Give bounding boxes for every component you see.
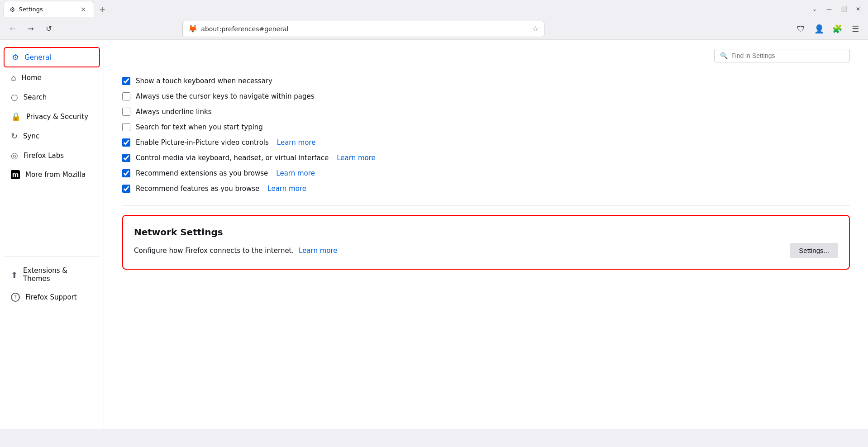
lock-icon: 🔒 — [11, 112, 21, 121]
find-in-settings-input-wrapper[interactable]: 🔍 — [714, 49, 850, 62]
checkbox-recommend-extensions: Recommend extensions as you browse Learn… — [122, 166, 850, 181]
labs-icon: ◎ — [11, 151, 18, 160]
cursor-keys-label: Always use the cursor keys to navigate w… — [136, 92, 314, 100]
main-layout: ⚙ General ⌂ Home ○ Search 🔒 Privacy & Se… — [0, 40, 868, 429]
recommend-features-label: Recommend features as you browse — [136, 185, 259, 193]
network-settings-button[interactable]: Settings... — [790, 243, 838, 258]
browser-chrome: ⚙ Settings × + ⌄ — ⬜ ✕ ← → ↺ 🦊 about:pre… — [0, 0, 868, 40]
sidebar-sync-label: Sync — [23, 132, 39, 140]
window-minimize-button[interactable]: — — [823, 3, 835, 15]
new-tab-button[interactable]: + — [96, 3, 109, 15]
sidebar-general-label: General — [24, 53, 51, 62]
touch-keyboard-label: Show a touch keyboard when necessary — [136, 77, 272, 85]
checkbox-recommend-features: Recommend features as you browse Learn m… — [122, 181, 850, 196]
network-settings-learn-more[interactable]: Learn more — [299, 247, 338, 255]
recommend-extensions-checkbox[interactable] — [122, 169, 130, 177]
checkbox-search-text: Search for text when you start typing — [122, 119, 850, 135]
network-settings-description-text: Configure how Firefox connects to the in… — [134, 247, 338, 255]
search-text-label: Search for text when you start typing — [136, 123, 263, 131]
underline-links-label: Always underline links — [136, 108, 211, 116]
recommend-extensions-learn-more[interactable]: Learn more — [276, 169, 315, 177]
url-text: about:preferences#general — [201, 25, 529, 33]
sidebar-item-firefox-labs[interactable]: ◎ Firefox Labs — [4, 146, 100, 165]
sidebar-item-search[interactable]: ○ Search — [4, 88, 100, 106]
sidebar-item-home[interactable]: ⌂ Home — [4, 68, 100, 87]
sidebar-home-label: Home — [21, 74, 41, 82]
menu-button[interactable]: ☰ — [848, 22, 863, 36]
section-divider — [122, 205, 850, 206]
tab-close-button[interactable]: × — [79, 5, 88, 14]
cursor-keys-checkbox[interactable] — [122, 92, 130, 100]
sync-icon: ↻ — [11, 131, 18, 141]
settings-tab-title: Settings — [19, 6, 75, 13]
recommend-features-learn-more[interactable]: Learn more — [267, 185, 306, 193]
sidebar-item-support[interactable]: ? Firefox Support — [4, 288, 100, 306]
extensions-button[interactable]: 🧩 — [830, 22, 844, 36]
checkbox-picture-in-picture: Enable Picture-in-Picture video controls… — [122, 135, 850, 150]
find-in-settings-input[interactable] — [731, 52, 844, 59]
sidebar-item-mozilla[interactable]: m More from Mozilla — [4, 166, 100, 184]
touch-keyboard-checkbox[interactable] — [122, 77, 130, 85]
pocket-button[interactable]: 🛡 — [794, 22, 808, 36]
sidebar-privacy-label: Privacy & Security — [26, 113, 88, 121]
window-restore-button[interactable]: ⬜ — [837, 3, 850, 15]
reload-button[interactable]: ↺ — [42, 22, 56, 36]
firefox-icon: 🦊 — [188, 24, 197, 33]
recommend-extensions-label: Recommend extensions as you browse — [136, 169, 268, 177]
picture-in-picture-label: Enable Picture-in-Picture video controls — [136, 138, 269, 147]
window-controls: ⌄ — ⬜ ✕ — [808, 3, 864, 15]
nav-bar: ← → ↺ 🦊 about:preferences#general ☆ 🛡 👤 … — [0, 18, 868, 40]
sidebar-mozilla-label: More from Mozilla — [25, 171, 86, 179]
checkbox-cursor-keys: Always use the cursor keys to navigate w… — [122, 89, 850, 104]
find-in-settings-container: 🔍 — [122, 49, 850, 62]
back-button[interactable]: ← — [5, 22, 20, 36]
home-icon: ⌂ — [11, 73, 16, 82]
media-control-checkbox[interactable] — [122, 154, 130, 162]
network-settings-title: Network Settings — [134, 227, 838, 238]
toolbar-icons: 🛡 👤 🧩 ☰ — [794, 22, 863, 36]
sidebar-item-sync[interactable]: ↻ Sync — [4, 127, 100, 145]
title-bar: ⚙ Settings × + ⌄ — ⬜ ✕ — [0, 0, 868, 18]
sidebar-support-label: Firefox Support — [25, 293, 77, 301]
media-control-learn-more[interactable]: Learn more — [337, 154, 376, 162]
sidebar-extensions-label: Extensions & Themes — [23, 266, 93, 283]
picture-in-picture-checkbox[interactable] — [122, 138, 130, 147]
network-settings-description-content: Configure how Firefox connects to the in… — [134, 247, 294, 255]
recommend-features-checkbox[interactable] — [122, 185, 130, 193]
account-button[interactable]: 👤 — [812, 22, 826, 36]
sidebar-item-privacy[interactable]: 🔒 Privacy & Security — [4, 107, 100, 126]
settings-tab[interactable]: ⚙ Settings × — [4, 1, 94, 17]
window-close-button[interactable]: ✕ — [852, 3, 864, 15]
find-search-icon: 🔍 — [720, 52, 728, 59]
media-control-label: Control media via keyboard, headset, or … — [136, 154, 329, 162]
sidebar: ⚙ General ⌂ Home ○ Search 🔒 Privacy & Se… — [0, 40, 104, 429]
content-area: 🔍 Show a touch keyboard when necessary A… — [104, 40, 868, 429]
forward-button[interactable]: → — [24, 22, 38, 36]
sidebar-divider — [4, 256, 100, 257]
settings-tab-icon: ⚙ — [10, 6, 15, 13]
checkbox-touch-keyboard: Show a touch keyboard when necessary — [122, 73, 850, 89]
support-icon: ? — [11, 293, 20, 302]
bookmark-star-icon[interactable]: ☆ — [532, 24, 539, 33]
sidebar-search-label: Search — [24, 93, 47, 101]
sidebar-item-extensions-themes[interactable]: ⬆ Extensions & Themes — [4, 262, 100, 287]
general-icon: ⚙ — [12, 52, 19, 62]
search-text-checkbox[interactable] — [122, 123, 130, 131]
network-settings-box: Network Settings Configure how Firefox c… — [122, 215, 850, 270]
checkbox-underline-links: Always underline links — [122, 104, 850, 119]
url-bar[interactable]: 🦊 about:preferences#general ☆ — [182, 21, 544, 37]
mozilla-icon: m — [11, 170, 20, 179]
sidebar-item-general[interactable]: ⚙ General — [4, 47, 100, 67]
extensions-themes-icon: ⬆ — [11, 270, 18, 280]
sidebar-labs-label: Firefox Labs — [24, 152, 64, 160]
checkbox-media-control: Control media via keyboard, headset, or … — [122, 150, 850, 166]
window-list-button[interactable]: ⌄ — [808, 3, 821, 15]
search-icon: ○ — [11, 92, 18, 102]
picture-in-picture-learn-more[interactable]: Learn more — [277, 138, 316, 147]
checkboxes-section: Show a touch keyboard when necessary Alw… — [122, 73, 850, 196]
network-settings-description: Configure how Firefox connects to the in… — [134, 243, 838, 258]
underline-links-checkbox[interactable] — [122, 108, 130, 116]
